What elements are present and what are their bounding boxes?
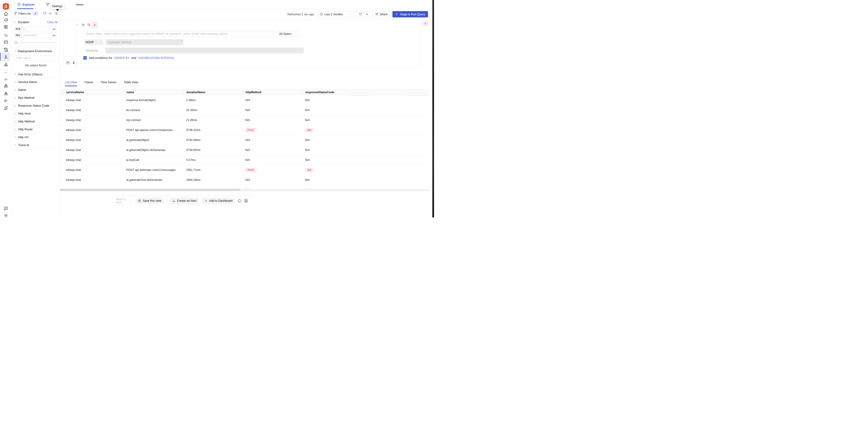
disc-icon-button[interactable] <box>80 22 86 28</box>
duration-min-input[interactable] <box>22 27 51 31</box>
table-row[interactable]: 2025-09-04 23:05:29.534inkeep-chatPOST a… <box>3 125 430 135</box>
sidebar-item-traces[interactable] <box>0 53 11 61</box>
aggregate-operator-select[interactable]: NOOP <box>84 39 103 45</box>
stage-run-query-button[interactable]: Stage & Run Query <box>393 11 428 18</box>
filter-section-label: Name <box>18 88 26 92</box>
span-scope-select[interactable]: All Spans <box>277 31 300 37</box>
aggregate-attribute-field: Aggregate attribute <box>105 39 183 45</box>
chevron-right-icon <box>14 104 17 107</box>
cell-name: response.formatObject <box>123 95 183 105</box>
table-row[interactable]: 2025-09-04 23:05:29.532inkeep-chatai.gen… <box>3 135 430 145</box>
database-zap-icon-button[interactable] <box>65 60 71 66</box>
chevron-down-icon[interactable] <box>14 21 17 24</box>
query-a-badge[interactable]: A <box>92 22 97 28</box>
sidebar-item-messaging-queues[interactable] <box>0 61 11 68</box>
dock-panel-icon-button[interactable] <box>244 198 248 204</box>
tab-explorer[interactable]: Explorer <box>17 0 35 9</box>
sliders-icon[interactable] <box>55 12 58 15</box>
cell-name: tcp.connect <box>123 115 183 125</box>
sidebar-item-settings[interactable] <box>0 211 11 218</box>
settings-tooltip-arrow <box>56 9 59 11</box>
query-right-rail: A <box>421 19 430 68</box>
collapse-query-button[interactable] <box>74 22 80 28</box>
column-header-durationnano: durationNano <box>183 89 242 95</box>
cell-durationnano: 21.85ms <box>183 115 242 125</box>
cell-servicename: inkeep-chat <box>63 175 123 185</box>
sidebar-item-metrics[interactable] <box>0 75 11 83</box>
slider-track[interactable] <box>14 42 57 43</box>
view-tab-table-view[interactable]: Table View <box>124 80 138 86</box>
query-a-side-badge[interactable]: A <box>423 21 428 26</box>
table-row[interactable]: 2025-09-04 23:05:29.535inkeep-chattls.co… <box>3 105 430 115</box>
sidebar-item-service-map[interactable] <box>0 90 11 97</box>
view-tab-time-series[interactable]: Time Series <box>100 80 117 86</box>
chevron-down-icon[interactable] <box>14 50 17 53</box>
filter-section-http-url[interactable]: Http Url <box>11 133 60 141</box>
deployment-filter-input[interactable] <box>16 56 56 60</box>
query-builder-card: A All Spans NOOP Aggregate attribute Gro… <box>63 19 419 68</box>
filter-section-http-host[interactable]: Http Host <box>11 110 60 118</box>
add-to-dashboard-button[interactable]: Add to Dashboard <box>202 198 235 204</box>
sidebar-item-dashboards[interactable] <box>0 23 11 31</box>
filter-section-has-error-status-[interactable]: Has Error (Status) <box>11 70 60 78</box>
funnel-icon <box>46 3 50 6</box>
clear-all-link[interactable]: Clear All <box>47 21 58 24</box>
filter-section-service-name[interactable]: Service Name <box>11 78 60 86</box>
filter-section-response-status-code[interactable]: Response Status Code <box>11 102 60 110</box>
sidebar-item-infrastructure[interactable] <box>0 38 11 46</box>
duration-slider <box>14 41 57 44</box>
table-row[interactable]: 2025-09-04 23:05:29.535inkeep-chattcp.co… <box>3 115 430 125</box>
table-row[interactable]: 2025-09-04 23:05:27.622inkeep-chatai.gen… <box>3 175 430 185</box>
cell-servicename: inkeep-chat <box>63 135 123 145</box>
cell-httpmethod: N/A <box>242 135 302 145</box>
table-row[interactable]: 2025-09-04 23:05:27.624inkeep-chatPOST a… <box>3 165 430 175</box>
view-tab-traces[interactable]: Traces <box>84 80 93 86</box>
refresh-icon[interactable] <box>43 12 46 15</box>
filter-section-rpc-method[interactable]: Rpc Method <box>11 94 60 102</box>
filter-section-http-route[interactable]: Http Route <box>11 126 60 133</box>
chevron-down-icon <box>295 33 297 35</box>
query-toolbar: A <box>74 22 98 28</box>
info-icon-button[interactable] <box>238 198 242 204</box>
explorer-tab-bar: Explorer Funnels Views <box>11 0 434 9</box>
filter-section-trace-id[interactable]: Trace Id <box>11 141 60 149</box>
sigma-icon-button[interactable]: Σ <box>71 60 76 66</box>
plus-icon[interactable]: + <box>83 56 87 60</box>
select-view-dropdown[interactable]: Select a view <box>116 198 132 204</box>
collapse-left-icon[interactable] <box>49 12 52 15</box>
ellipsis-icon <box>4 70 8 75</box>
table-row[interactable]: 2025-09-04 23:05:34.296inkeep-chatrespon… <box>3 95 430 105</box>
plus-icon <box>205 199 208 202</box>
sidebar-item-integrations[interactable] <box>0 104 11 112</box>
filter-section-http-method[interactable]: Http Method <box>11 118 60 126</box>
sidebar-item-pipelines[interactable] <box>0 97 11 105</box>
cell-servicename: inkeep-chat <box>63 155 123 165</box>
order-by-link[interactable]: ORDER BY <box>114 56 129 60</box>
refresh-caret-button[interactable] <box>364 11 370 17</box>
refresh-button[interactable] <box>357 11 364 17</box>
slider-handle[interactable] <box>14 41 17 44</box>
share-button[interactable]: Share <box>372 11 390 18</box>
cell-name: ai.generateText.doGenerate <box>123 175 183 185</box>
cell-httpmethod: N/A <box>242 175 302 185</box>
table-row[interactable]: 2025-09-04 23:05:29.532inkeep-chatai.gen… <box>3 145 430 155</box>
query-controls: Refreshed 2 sec ago Last 2 months Share … <box>287 11 428 18</box>
search-filter-input[interactable] <box>84 31 274 37</box>
tab-views[interactable]: Views <box>76 0 84 9</box>
filter-section-label: Trace Id <box>18 143 29 147</box>
time-range-select[interactable]: Last 2 months <box>317 11 354 18</box>
sidebar-logo[interactable] <box>0 2 11 10</box>
sidebar-item-support[interactable] <box>0 204 11 212</box>
table-row[interactable]: 2025-09-04 23:05:29.527inkeep-chatai.too… <box>3 155 430 165</box>
filters-query-badge[interactable]: A <box>33 11 38 15</box>
group-by-label: Group by <box>86 49 98 52</box>
create-alert-button[interactable]: Create an Alert <box>169 198 199 204</box>
save-view-button[interactable]: Save this view <box>135 198 164 204</box>
sidebar-item-exceptions[interactable] <box>0 82 11 90</box>
filter-section-name[interactable]: Name <box>11 86 60 94</box>
view-tab-list-view[interactable]: List View <box>65 80 77 86</box>
duration-max-input[interactable] <box>22 33 51 38</box>
copy-query-button[interactable] <box>86 22 92 28</box>
aggregation-interval-link[interactable]: AGGREGATION INTERVAL <box>138 56 175 60</box>
signoz-logo-icon <box>3 3 9 9</box>
